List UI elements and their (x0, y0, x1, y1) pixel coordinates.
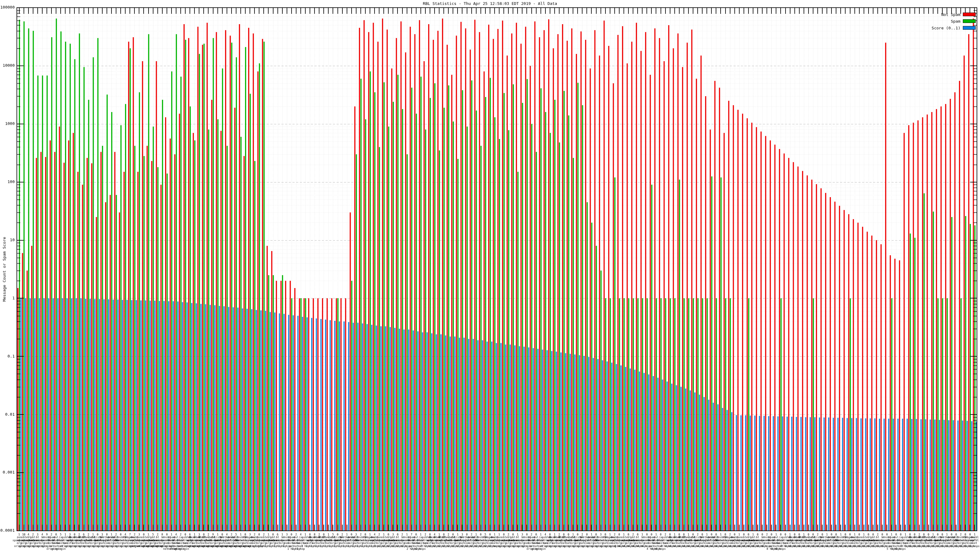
score-swatch-icon (963, 26, 976, 30)
legend: Not Spam Spam Score (0..1) (916, 11, 976, 31)
legend-item-not-spam: Not Spam (916, 11, 976, 18)
legend-label-not-spam: Not Spam (941, 12, 960, 17)
legend-label-score: Score (0..1) (932, 26, 960, 30)
legend-item-spam: Spam (916, 18, 976, 24)
legend-label-spam: Spam (951, 19, 960, 24)
bar-chart-canvas (0, 0, 980, 551)
legend-item-score: Score (0..1) (916, 24, 976, 31)
rbl-statistics-chart: RBL Statistics - Thu Apr 25 12:58:03 EDT… (0, 0, 980, 551)
y-axis-label: Message Count or Spam Score (2, 233, 7, 306)
not-spam-swatch-icon (963, 13, 976, 16)
chart-title: RBL Statistics - Thu Apr 25 12:58:03 EDT… (0, 1, 980, 6)
spam-swatch-icon (963, 19, 976, 23)
